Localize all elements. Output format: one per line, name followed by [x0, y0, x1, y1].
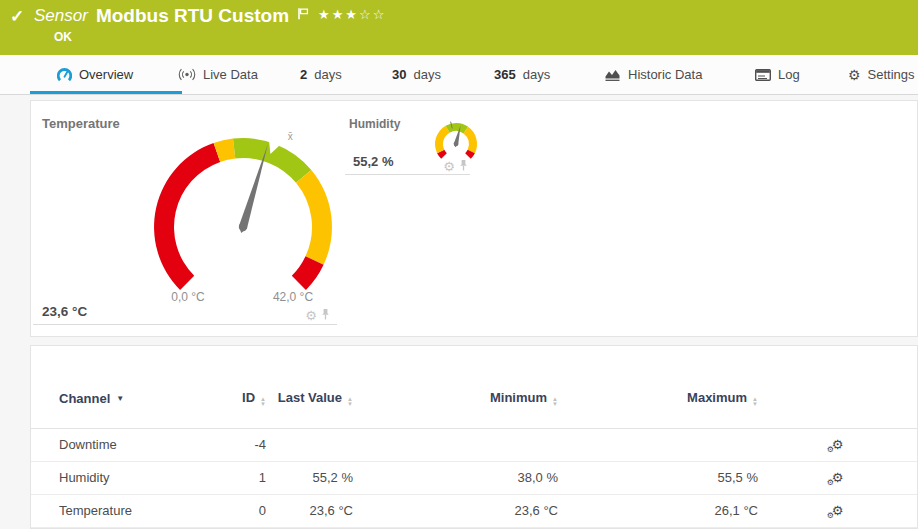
channel-maximum: 55,5 %: [558, 461, 758, 494]
channel-settings-gears-icon[interactable]: ⚙⚙: [832, 504, 844, 517]
tab-bar: OverviewLive Data2days30days365daysHisto…: [0, 55, 918, 95]
gauge-max-label: 42,0 °C: [258, 290, 328, 304]
col-header-minimum[interactable]: Minimum▲▼: [353, 346, 558, 428]
channel-maximum: [558, 428, 758, 461]
sensor-type-label: Sensor: [34, 6, 88, 26]
active-tab-indicator: [30, 91, 182, 94]
sensor-status-badge: OK: [54, 30, 72, 44]
gauge-current-value: 23,6 °C: [42, 304, 87, 319]
pin-icon[interactable]: [459, 157, 468, 175]
sensor-title: Modbus RTU Custom: [96, 5, 289, 27]
gauge-title: Temperature: [42, 116, 120, 131]
pin-icon[interactable]: [321, 306, 330, 324]
gauge-panel-humidity: Humidity 55,2 % ⚙: [345, 113, 470, 175]
channel-name: Humidity: [31, 461, 206, 494]
channel-last-value: [266, 428, 353, 461]
gauge-title: Humidity: [349, 117, 400, 131]
channel-minimum: 38,0 %: [353, 461, 558, 494]
sort-icon: ▲▼: [260, 397, 266, 407]
channel-maximum: 26,1 °C: [558, 494, 758, 527]
channel-id: 0: [206, 494, 266, 527]
svg-text:x̄: x̄: [288, 131, 293, 142]
col-header-actions: [758, 346, 917, 428]
channel-name: Temperature: [31, 494, 206, 527]
tab-historic-data[interactable]: Historic Data: [604, 67, 702, 82]
tab-365-days[interactable]: 365days: [494, 67, 550, 82]
channel-settings-gears-icon[interactable]: ⚙⚙: [832, 438, 844, 451]
col-header-maximum[interactable]: Maximum▲▼: [558, 346, 758, 428]
tab-log[interactable]: Log: [755, 67, 800, 82]
settings-icon: ⚙: [848, 68, 861, 82]
status-ok-check-icon: ✓: [10, 6, 24, 27]
tab-overview[interactable]: Overview: [57, 67, 133, 82]
tab-30-days[interactable]: 30days: [392, 67, 441, 82]
col-header-channel[interactable]: Channel▼: [31, 346, 206, 428]
log-icon: [755, 69, 771, 81]
sort-desc-icon: ▼: [116, 394, 124, 403]
gauge-panel-temperature: Temperature x̄ 0,0 °C 42,0 °C 23,6 °C ⚙: [33, 108, 337, 325]
col-header-last-value[interactable]: Last Value▲▼: [266, 346, 353, 428]
historic-icon: [604, 68, 621, 81]
gauges-panel: Temperature x̄ 0,0 °C 42,0 °C 23,6 °C ⚙ …: [30, 100, 918, 337]
table-row[interactable]: Downtime -4 ⚙⚙: [31, 428, 917, 461]
sort-icon: ▲▼: [347, 397, 353, 407]
gauge-current-value: 55,2 %: [353, 154, 393, 169]
gauge-icon: [57, 68, 72, 82]
channels-table: Channel▼ ID▲▼ Last Value▲▼ Minimum▲▼ Max…: [31, 346, 917, 528]
channel-id: -4: [206, 428, 266, 461]
channel-last-value: 55,2 %: [266, 461, 353, 494]
channel-last-value: 23,6 °C: [266, 494, 353, 527]
sensor-header: ✓ Sensor Modbus RTU Custom ★★★☆☆ OK: [0, 0, 918, 55]
channel-name: Downtime: [31, 428, 206, 461]
gauge-settings-gear-icon[interactable]: ⚙: [305, 309, 317, 322]
channel-settings-gears-icon[interactable]: ⚙⚙: [832, 471, 844, 484]
table-row[interactable]: Temperature 0 23,6 °C 23,6 °C 26,1 °C ⚙⚙: [31, 494, 917, 527]
channel-minimum: [353, 428, 558, 461]
flag-icon[interactable]: [297, 7, 310, 20]
gauge-min-label: 0,0 °C: [153, 290, 223, 304]
tab-live-data[interactable]: Live Data: [178, 67, 258, 82]
channels-table-card: Channel▼ ID▲▼ Last Value▲▼ Minimum▲▼ Max…: [30, 345, 918, 529]
tab-settings[interactable]: ⚙Settings: [848, 67, 915, 82]
temperature-gauge: x̄: [138, 131, 348, 297]
tab-2-days[interactable]: 2days: [300, 67, 342, 82]
table-row[interactable]: Humidity 1 55,2 % 38,0 % 55,5 % ⚙⚙: [31, 461, 917, 494]
priority-stars[interactable]: ★★★☆☆: [318, 7, 386, 22]
col-header-id[interactable]: ID▲▼: [206, 346, 266, 428]
gauge-settings-gear-icon[interactable]: ⚙: [443, 160, 455, 173]
sort-icon: ▲▼: [552, 397, 558, 407]
live-icon: [178, 68, 196, 81]
sort-icon: ▲▼: [752, 397, 758, 407]
channel-id: 1: [206, 461, 266, 494]
channel-minimum: 23,6 °C: [353, 494, 558, 527]
